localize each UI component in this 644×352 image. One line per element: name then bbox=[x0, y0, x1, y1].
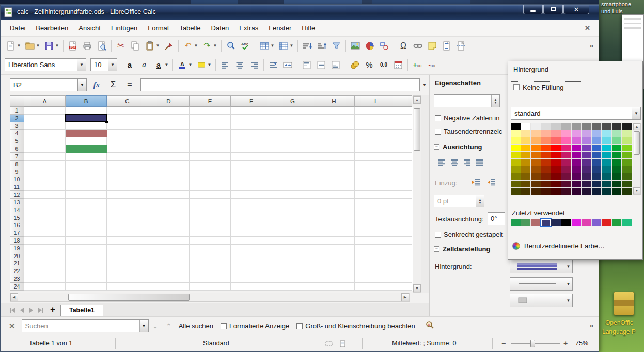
color-swatch[interactable] bbox=[592, 173, 602, 180]
grid-cell[interactable] bbox=[272, 229, 313, 237]
color-swatch[interactable] bbox=[602, 188, 611, 195]
close-button[interactable]: ✕ bbox=[563, 5, 589, 14]
grid-cell[interactable] bbox=[190, 267, 231, 275]
align-top-button[interactable] bbox=[300, 58, 313, 72]
grid-cell[interactable] bbox=[355, 168, 396, 176]
grid-cell[interactable] bbox=[190, 260, 231, 268]
background-color-dropdown[interactable]: ▼ bbox=[510, 260, 573, 273]
name-box-dropdown-arrow[interactable]: ▼ bbox=[78, 78, 87, 91]
custom-color-button[interactable]: Benutzerdefinierte Farbe… bbox=[512, 242, 605, 250]
color-swatch[interactable] bbox=[561, 145, 571, 151]
color-swatch[interactable] bbox=[592, 123, 602, 130]
grid-cell[interactable] bbox=[231, 191, 272, 199]
color-swatch[interactable] bbox=[531, 145, 541, 151]
add-decimal-button[interactable]: +00 bbox=[411, 58, 424, 72]
grid-cell[interactable] bbox=[272, 122, 313, 130]
column-header-a[interactable]: A bbox=[24, 95, 66, 107]
grid-cell[interactable] bbox=[24, 252, 66, 260]
column-header-i[interactable]: I bbox=[355, 95, 396, 107]
grid-cell[interactable] bbox=[148, 229, 190, 237]
grid-cell[interactable] bbox=[148, 275, 190, 283]
grid-cell[interactable] bbox=[355, 206, 396, 214]
row-header-9[interactable]: 9 bbox=[10, 168, 24, 176]
color-swatch[interactable] bbox=[511, 145, 521, 151]
color-swatch[interactable] bbox=[612, 159, 622, 166]
grid-cell[interactable] bbox=[107, 206, 148, 214]
grid-cell[interactable] bbox=[24, 206, 66, 214]
color-swatch[interactable] bbox=[551, 166, 561, 173]
grid-cell[interactable] bbox=[24, 245, 66, 252]
color-swatch[interactable] bbox=[622, 145, 632, 151]
grid-cell[interactable] bbox=[24, 221, 66, 229]
color-swatch[interactable] bbox=[541, 145, 551, 151]
color-swatch[interactable] bbox=[511, 159, 521, 166]
document-modified-icon[interactable] bbox=[339, 340, 347, 349]
chevron-down-icon[interactable]: ▼ bbox=[564, 260, 572, 273]
row-header-19[interactable]: 19 bbox=[10, 245, 24, 252]
redo-button[interactable]: ↷▼ bbox=[200, 39, 218, 53]
grid-cell[interactable] bbox=[313, 183, 355, 191]
match-case-label[interactable]: Groß- und Kleinschreibung beachten bbox=[305, 322, 415, 330]
no-fill-button[interactable]: Keine Füllung bbox=[511, 81, 581, 93]
row-header-11[interactable]: 11 bbox=[10, 183, 24, 191]
grid-cell[interactable] bbox=[272, 115, 313, 122]
row-header-1[interactable]: 1 bbox=[10, 107, 24, 115]
grid-cell[interactable] bbox=[355, 107, 396, 115]
grid-cell[interactable] bbox=[66, 237, 107, 245]
scroll-down-arrow[interactable]: ▼ bbox=[633, 187, 640, 194]
chevron-down-icon[interactable]: ▼ bbox=[564, 294, 572, 307]
color-swatch[interactable] bbox=[592, 137, 602, 144]
bold-button[interactable]: a bbox=[123, 58, 136, 72]
find-replace-dialog-icon[interactable]: a bbox=[425, 320, 435, 332]
align-justify-button[interactable] bbox=[473, 156, 485, 169]
grid-cell[interactable] bbox=[107, 137, 148, 145]
desktop-icon-label[interactable]: smartphone bbox=[601, 1, 631, 7]
grid-cell[interactable] bbox=[148, 107, 190, 115]
color-swatch[interactable] bbox=[612, 181, 622, 187]
search-history-arrow[interactable]: ▼ bbox=[139, 320, 148, 332]
grid-cell[interactable] bbox=[396, 206, 412, 214]
formula-input-line[interactable] bbox=[140, 78, 420, 91]
grid-cell[interactable] bbox=[231, 283, 272, 291]
color-swatch[interactable] bbox=[531, 166, 541, 173]
grid-cell[interactable] bbox=[272, 130, 313, 137]
menu-format[interactable]: Format bbox=[143, 22, 174, 34]
color-swatch[interactable] bbox=[572, 130, 582, 137]
column-header-g[interactable]: G bbox=[272, 95, 313, 107]
grid-cell[interactable] bbox=[355, 199, 396, 206]
copy-button[interactable] bbox=[129, 39, 142, 53]
insert-hyperlink-button[interactable] bbox=[411, 39, 425, 53]
grid-cell[interactable] bbox=[24, 161, 66, 168]
grid-cell[interactable] bbox=[396, 283, 412, 291]
grid-cell[interactable] bbox=[107, 275, 148, 283]
palette-select[interactable]: standard ▼ bbox=[511, 107, 641, 120]
scroll-up-arrow[interactable]: ▲ bbox=[633, 123, 640, 130]
grid-cell[interactable] bbox=[355, 237, 396, 245]
grid-cell[interactable] bbox=[107, 161, 148, 168]
grid-cell[interactable] bbox=[231, 168, 272, 176]
text-orientation-input[interactable]: 0° bbox=[488, 212, 505, 225]
color-swatch[interactable] bbox=[561, 130, 571, 137]
color-swatch[interactable] bbox=[612, 188, 622, 195]
zoom-level[interactable]: 75% bbox=[575, 340, 588, 347]
grid-cell[interactable] bbox=[313, 175, 355, 183]
column-header-d[interactable]: D bbox=[148, 95, 190, 107]
row-header-23[interactable]: 23 bbox=[10, 275, 24, 283]
menu-tabelle[interactable]: Tabelle bbox=[174, 22, 206, 34]
vertical-scroll-thumb[interactable] bbox=[414, 108, 420, 151]
redo-dropdown-arrow[interactable]: ▼ bbox=[213, 43, 217, 48]
row-header-12[interactable]: 12 bbox=[10, 191, 24, 199]
color-swatch[interactable] bbox=[572, 188, 582, 195]
color-swatch[interactable] bbox=[521, 152, 531, 158]
recent-color-swatch[interactable] bbox=[561, 219, 571, 226]
grid-cell[interactable] bbox=[313, 267, 355, 275]
grid-cell[interactable] bbox=[272, 260, 313, 268]
menu-einfügen[interactable]: Einfügen bbox=[106, 22, 143, 34]
grid-cell[interactable] bbox=[355, 267, 396, 275]
grid-cell[interactable] bbox=[231, 153, 272, 161]
grid-cell[interactable] bbox=[107, 168, 148, 176]
first-sheet-button[interactable] bbox=[8, 306, 17, 315]
maximize-button[interactable] bbox=[543, 5, 563, 14]
grid-cell[interactable] bbox=[272, 168, 313, 176]
new-document-button[interactable]: ▼ bbox=[4, 39, 22, 53]
